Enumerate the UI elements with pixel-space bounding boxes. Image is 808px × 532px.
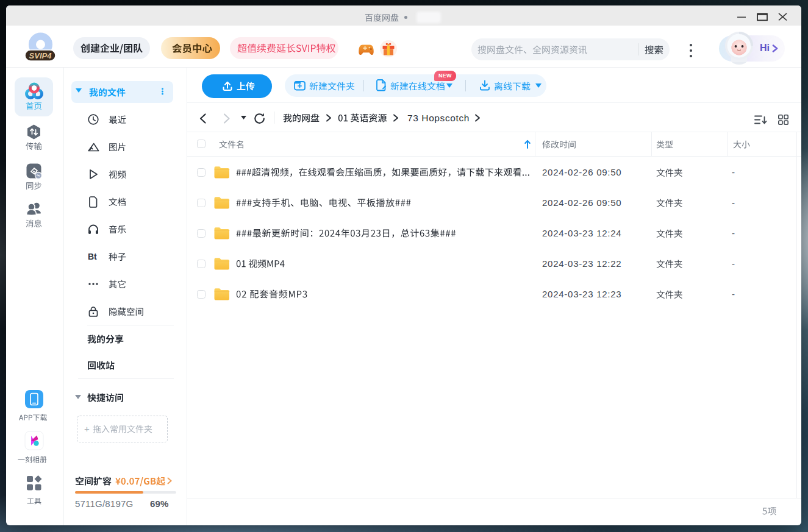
svg-text:SVIP4: SVIP4 [29,51,52,60]
